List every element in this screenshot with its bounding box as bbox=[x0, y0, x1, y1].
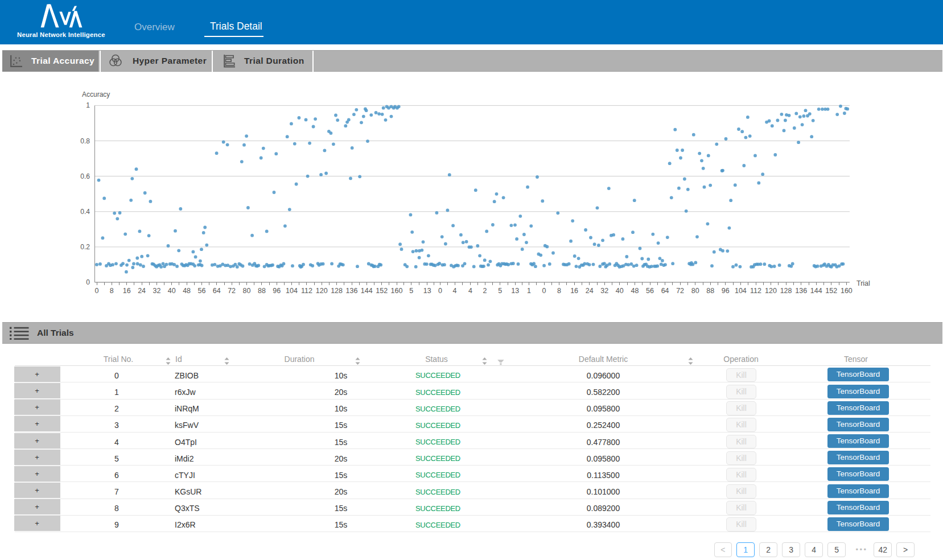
svg-text:13: 13 bbox=[511, 287, 519, 295]
svg-text:1: 1 bbox=[527, 287, 531, 295]
svg-text:0.8: 0.8 bbox=[80, 137, 90, 145]
svg-text:16: 16 bbox=[123, 287, 131, 295]
svg-text:104: 104 bbox=[735, 287, 747, 295]
svg-text:128: 128 bbox=[780, 287, 792, 295]
svg-text:5: 5 bbox=[498, 287, 502, 295]
svg-text:56: 56 bbox=[646, 287, 654, 295]
svg-text:160: 160 bbox=[391, 287, 403, 295]
svg-text:Accuracy: Accuracy bbox=[82, 90, 110, 98]
svg-text:0.2: 0.2 bbox=[80, 243, 90, 251]
svg-text:8: 8 bbox=[110, 287, 114, 295]
svg-text:64: 64 bbox=[661, 287, 669, 295]
svg-text:24: 24 bbox=[138, 287, 146, 295]
svg-text:80: 80 bbox=[243, 287, 251, 295]
svg-text:104: 104 bbox=[286, 287, 298, 295]
svg-text:112: 112 bbox=[750, 287, 761, 295]
svg-text:48: 48 bbox=[631, 287, 639, 295]
svg-text:128: 128 bbox=[331, 287, 343, 295]
svg-text:4: 4 bbox=[453, 287, 457, 295]
svg-text:64: 64 bbox=[213, 287, 221, 295]
svg-text:2: 2 bbox=[483, 287, 487, 295]
svg-text:13: 13 bbox=[423, 287, 431, 295]
svg-text:32: 32 bbox=[153, 287, 160, 295]
svg-text:72: 72 bbox=[228, 287, 236, 295]
svg-text:152: 152 bbox=[825, 287, 837, 295]
svg-text:8: 8 bbox=[557, 287, 561, 295]
svg-text:88: 88 bbox=[706, 287, 714, 295]
svg-text:96: 96 bbox=[273, 287, 281, 295]
svg-text:144: 144 bbox=[361, 287, 373, 295]
svg-text:16: 16 bbox=[570, 287, 578, 295]
svg-text:0.4: 0.4 bbox=[80, 208, 90, 216]
svg-text:40: 40 bbox=[168, 287, 176, 295]
svg-text:144: 144 bbox=[810, 287, 822, 295]
svg-text:Trial: Trial bbox=[856, 279, 870, 287]
svg-text:0: 0 bbox=[542, 287, 546, 295]
svg-text:160: 160 bbox=[841, 287, 853, 295]
svg-text:136: 136 bbox=[346, 287, 358, 295]
svg-text:136: 136 bbox=[795, 287, 807, 295]
svg-text:1: 1 bbox=[86, 101, 90, 109]
svg-text:0.6: 0.6 bbox=[80, 172, 90, 180]
svg-text:24: 24 bbox=[586, 287, 594, 295]
svg-text:120: 120 bbox=[316, 287, 328, 295]
svg-text:48: 48 bbox=[183, 287, 191, 295]
svg-text:80: 80 bbox=[691, 287, 699, 295]
svg-text:72: 72 bbox=[676, 287, 684, 295]
svg-text:112: 112 bbox=[301, 287, 312, 295]
svg-text:0: 0 bbox=[438, 287, 442, 295]
svg-text:152: 152 bbox=[376, 287, 388, 295]
svg-text:4: 4 bbox=[468, 287, 472, 295]
svg-text:56: 56 bbox=[198, 287, 206, 295]
svg-text:32: 32 bbox=[600, 287, 608, 295]
svg-text:5: 5 bbox=[409, 287, 413, 295]
svg-text:96: 96 bbox=[722, 287, 730, 295]
svg-text:0: 0 bbox=[95, 287, 99, 295]
svg-text:88: 88 bbox=[258, 287, 266, 295]
svg-text:120: 120 bbox=[765, 287, 777, 295]
svg-text:0: 0 bbox=[86, 278, 90, 286]
svg-text:40: 40 bbox=[616, 287, 624, 295]
